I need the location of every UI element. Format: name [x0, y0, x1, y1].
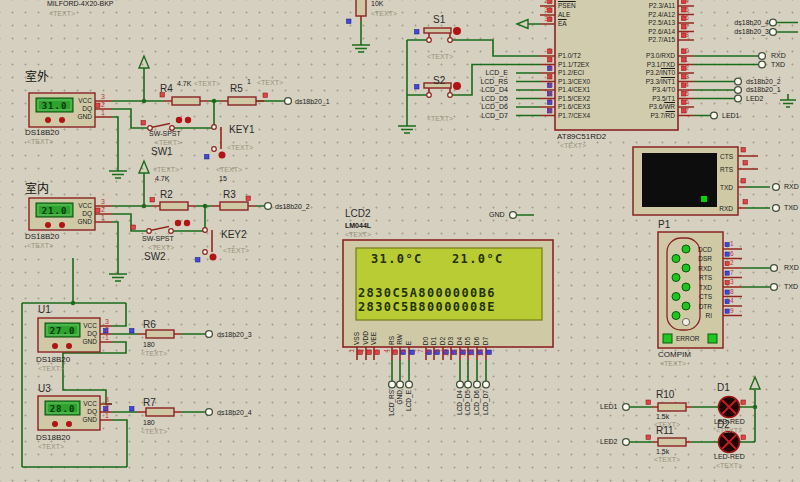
text-placeholder: <TEXT>: [141, 350, 167, 358]
terminal-ds18b20-4[interactable]: ds18b20_4: [217, 409, 252, 417]
button-s1-ref: S1: [433, 14, 445, 26]
led-d1[interactable]: [719, 397, 740, 418]
resistor-r10[interactable]: [658, 403, 686, 411]
terminal-rxd[interactable]: RXD: [784, 183, 799, 191]
text-placeholder: <TEXT>: [257, 79, 283, 87]
resistor-r4-value: 4.7K: [177, 80, 191, 88]
mcu-pin-num: 16: [681, 98, 689, 106]
sensor-part-label: DS18B20: [36, 355, 70, 364]
terminal-lcd-d6[interactable]: LCD_D6: [473, 390, 480, 415]
resistor-r11[interactable]: [658, 438, 686, 446]
terminal-ds18b20-2[interactable]: ds18b20_2: [275, 203, 310, 211]
resistor-r5[interactable]: [228, 97, 256, 105]
text-placeholder: <TEXT>: [654, 456, 680, 464]
sensor-u1-ref: U1: [38, 304, 51, 316]
text-placeholder: <TEXT>: [371, 10, 397, 18]
switch-sw2-ref: SW2: [144, 251, 166, 263]
resistor-r6[interactable]: [146, 330, 174, 338]
resistor-r6-value: 180: [143, 341, 155, 349]
sensor-pin-num: 1: [105, 412, 109, 420]
mcu-pin-num: 28: [681, 31, 689, 39]
terminal-txd[interactable]: TXD: [784, 283, 798, 291]
terminal-lcd-rs[interactable]: LCD_RS: [468, 78, 508, 86]
resistor-r7-ref: R7: [143, 397, 156, 409]
sensor-pin-num: 1: [101, 109, 105, 117]
sensor-pin-name: GND: [69, 338, 97, 345]
lcd-pin-num: 7: [417, 349, 424, 353]
terminal-ds18b20-2[interactable]: ds18b20_2: [746, 78, 781, 86]
terminal-lcd-e[interactable]: LCD_E: [405, 390, 412, 411]
resistor-r7[interactable]: [146, 408, 174, 416]
sensor-pin-num: 2: [105, 326, 109, 334]
terminal-txd[interactable]: TXD: [771, 61, 785, 69]
terminal-led1[interactable]: LED1: [722, 112, 740, 120]
terminal-ds18b20-1[interactable]: ds18b20_1: [746, 86, 781, 94]
proteus-schematic-canvas[interactable]: MILFORD-4X20-BKP <TEXT> 10K <TEXT> S1 <T…: [0, 0, 800, 482]
terminal-lcd-d4[interactable]: LCD_D4: [468, 86, 508, 94]
sensor-outdoor-title: 室外: [25, 71, 49, 85]
text-placeholder: <TEXT>: [427, 53, 453, 61]
terminal-lcd-d6[interactable]: LCD_D6: [468, 103, 508, 111]
switch-sw2-type: SW-SPST: [142, 235, 174, 243]
sensor-part-label: DS18B20: [25, 128, 59, 137]
resistor-10k[interactable]: [356, 0, 366, 16]
terminal-lcd-e[interactable]: LCD_E: [468, 69, 508, 77]
button-s1-cap[interactable]: [424, 28, 451, 33]
error-led-right: [708, 334, 717, 343]
led-d1-ref: D1: [717, 382, 730, 394]
terminal-gnd[interactable]: GND: [396, 390, 403, 404]
resistor-10k-value: 10K: [371, 0, 383, 8]
compim-pin-name: RXD: [684, 265, 712, 272]
resistor-r3-value: 15: [219, 175, 227, 183]
terminal-rxd[interactable]: RXD: [771, 52, 786, 60]
terminal-led1[interactable]: LED1: [600, 403, 618, 411]
sensor-pin-name: GND: [64, 113, 92, 120]
terminal-cursor: [701, 196, 707, 202]
terminal-ds18b20-3[interactable]: ds18b20_3: [217, 331, 252, 339]
terminal-lcd-d5[interactable]: LCD_D5: [468, 95, 508, 103]
resistor-r3[interactable]: [220, 202, 248, 210]
text-placeholder: <TEXT>: [49, 10, 75, 18]
terminal-led2[interactable]: LED2: [600, 438, 618, 446]
resistor-r2-ref: R2: [160, 189, 173, 201]
terminal-led2[interactable]: LED2: [746, 95, 764, 103]
terminal-lcd-d7[interactable]: LCD_D7: [468, 112, 508, 120]
power-arrow-left-icon: [517, 20, 528, 29]
mcu-pin-num: 26: [681, 14, 689, 22]
mcu-pin-num: 31: [540, 15, 552, 23]
lcd-pin-num: 11: [451, 349, 458, 356]
sensor-pin-name: GND: [69, 416, 97, 423]
sensor-pin-num: 1: [101, 214, 105, 222]
resistor-r2[interactable]: [160, 202, 188, 210]
lcd-pin-name: D6: [473, 337, 480, 345]
terminal-lcd-d5[interactable]: LCD_D5: [464, 390, 471, 415]
sensor-pin-num: 3: [101, 198, 105, 206]
terminal-lcd-d4[interactable]: LCD_D4: [456, 390, 463, 415]
terminal-ds18b20-1[interactable]: ds18b20_1: [295, 98, 330, 106]
text-placeholder: <TEXT>: [38, 443, 64, 451]
resistor-r3-ref: R3: [223, 189, 236, 201]
led-d2[interactable]: [719, 432, 740, 453]
lcd-pin-num: 4: [383, 349, 390, 353]
terminal-gnd[interactable]: GND: [489, 211, 505, 219]
resistor-r4[interactable]: [172, 97, 200, 105]
resistor-r5-value: 1: [247, 78, 251, 86]
vt-pin-rts: RTS: [705, 166, 733, 173]
terminal-lcd-rs[interactable]: LCD_RS: [388, 390, 395, 416]
terminal-ds18b20-3[interactable]: ds18b20_3: [711, 28, 769, 36]
terminal-txd[interactable]: TXD: [784, 204, 798, 212]
terminal-lcd-d7[interactable]: LCD_D7: [482, 390, 489, 415]
resistor-r4-ref: R4: [160, 83, 173, 95]
lcd-pin-name: E: [405, 341, 412, 345]
vt-pin-cts: CTS: [705, 153, 733, 160]
lcd-pin-num: 14: [477, 349, 484, 356]
compim-ref: P1: [658, 219, 670, 231]
terminal-rxd[interactable]: RXD: [784, 264, 799, 272]
lcd-pin-name: D0: [422, 337, 429, 345]
compim-pin-name: CTS: [684, 293, 712, 300]
compim-pin-num: 6: [730, 250, 734, 257]
resistor-r10-value: 1.5k: [656, 413, 669, 421]
terminal-ds18b20-4[interactable]: ds18b20_4: [711, 19, 769, 27]
power-arrow-icon: [750, 377, 760, 389]
mcu-pin-num: 8: [540, 107, 552, 115]
